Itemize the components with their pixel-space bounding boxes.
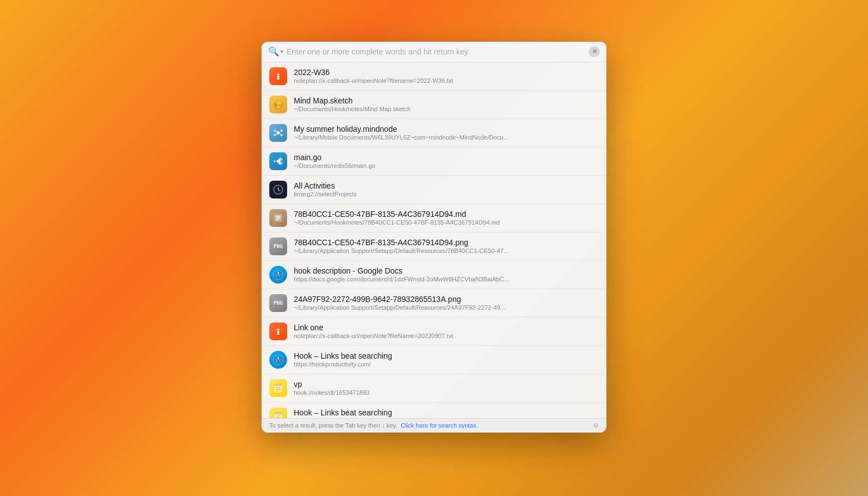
result-title: 24A97F92-2272-499B-9642-78932865513A.png bbox=[294, 295, 599, 304]
list-item[interactable]: Hook – Links beat searchinghook://notes/… bbox=[262, 403, 606, 418]
result-title: 78B40CC1-CE50-47BF-8135-A4C367914D94.png bbox=[294, 238, 599, 247]
results-list: 2022-W36noteplan://x-callback-url/openNo… bbox=[262, 62, 606, 418]
list-item[interactable]: main.go~/Documents/redis56/main.go bbox=[262, 147, 606, 176]
search-chevron-icon: ▾ bbox=[280, 48, 283, 54]
result-title: My summer holiday.mindnode bbox=[294, 125, 599, 133]
list-item[interactable]: PNG78B40CC1-CE50-47BF-8135-A4C367914D94.… bbox=[262, 232, 606, 261]
result-subtitle: hook://notes/dt/1653471883 bbox=[294, 389, 599, 396]
list-item[interactable]: 78B40CC1-CE50-47BF-8135-A4C367914D94.md~… bbox=[262, 204, 606, 232]
result-subtitle: ~/Library/Application Support/Setapp/Def… bbox=[294, 247, 599, 254]
search-input[interactable] bbox=[287, 47, 585, 56]
result-title: 78B40CC1-CE50-47BF-8135-A4C367914D94.md bbox=[294, 210, 599, 219]
footer-bar: To select a result, press the Tab key th… bbox=[262, 418, 606, 433]
result-title: Hook – Links beat searching bbox=[294, 351, 599, 360]
result-subtitle: ~/Library/Application Support/Setapp/Def… bbox=[294, 304, 599, 311]
result-title: Hook – Links beat searching bbox=[294, 408, 599, 417]
footer-right: ⚙ bbox=[593, 422, 599, 429]
list-item[interactable]: All Activitiestiming2://selectProjects bbox=[262, 176, 606, 204]
result-subtitle: ~/Documents/Hook/notes/78B40CC1-CE50-47B… bbox=[294, 219, 599, 226]
result-title: hook description - Google Docs bbox=[294, 266, 599, 275]
footer-hint: To select a result, press the Tab key th… bbox=[269, 422, 478, 429]
result-subtitle: ~/Library/Mobile Documents/W6L39UYL6Z~co… bbox=[294, 134, 599, 141]
list-item[interactable]: hook description - Google Docshttps://do… bbox=[262, 261, 606, 289]
list-item[interactable]: vphook://notes/dt/1653471883 bbox=[262, 374, 606, 403]
svg-point-17 bbox=[278, 189, 279, 190]
search-syntax-link[interactable]: Click here for search syntax. bbox=[401, 422, 478, 429]
result-subtitle: https://hookproductivity.com/ bbox=[294, 361, 599, 368]
result-subtitle: hook://notes/dt/... bbox=[294, 418, 599, 418]
result-subtitle: timing2://selectProjects bbox=[294, 191, 599, 197]
result-title: Link one bbox=[294, 323, 599, 332]
result-subtitle: noteplan://x-callback-url/openNote?filen… bbox=[294, 77, 599, 84]
list-item[interactable]: PNG24A97F92-2272-499B-9642-78932865513A.… bbox=[262, 289, 606, 318]
list-item[interactable]: Link onenoteplan://x-callback-url/openNo… bbox=[262, 318, 606, 346]
list-item[interactable]: Mind Map.sketch~/Documents/Hook/notes/Mi… bbox=[262, 91, 606, 119]
search-icon: 🔍 bbox=[268, 46, 279, 57]
result-title: vp bbox=[294, 380, 599, 389]
result-subtitle: noteplan://x-callback-url/openNote?fileN… bbox=[294, 333, 599, 339]
list-item[interactable]: My summer holiday.mindnode~/Library/Mobi… bbox=[262, 119, 606, 147]
search-bar: 🔍 ▾ ✕ bbox=[262, 42, 606, 62]
result-title: Mind Map.sketch bbox=[294, 96, 599, 105]
svg-rect-27 bbox=[277, 331, 279, 335]
svg-rect-0 bbox=[277, 76, 279, 80]
result-subtitle: ~/Documents/redis56/main.go bbox=[294, 162, 599, 169]
search-window: 🔍 ▾ ✕ 2022-W36noteplan://x-callback-url/… bbox=[262, 42, 606, 433]
result-title: 2022-W36 bbox=[294, 68, 599, 77]
list-item[interactable]: Hook – Links beat searchinghttps://hookp… bbox=[262, 346, 606, 374]
result-subtitle: https://docs.google.com/document/d/1dzFW… bbox=[294, 276, 599, 282]
close-button[interactable]: ✕ bbox=[589, 46, 600, 57]
result-title: main.go bbox=[294, 153, 599, 162]
result-title: All Activities bbox=[294, 181, 599, 190]
svg-rect-39 bbox=[274, 412, 282, 414]
svg-rect-34 bbox=[274, 384, 282, 386]
result-subtitle: ~/Documents/Hook/notes/Mind Map.sketch bbox=[294, 106, 599, 112]
search-icon-wrap: 🔍 ▾ bbox=[268, 46, 283, 57]
list-item[interactable]: 2022-W36noteplan://x-callback-url/openNo… bbox=[262, 62, 606, 91]
gear-icon[interactable]: ⚙ bbox=[593, 422, 599, 429]
